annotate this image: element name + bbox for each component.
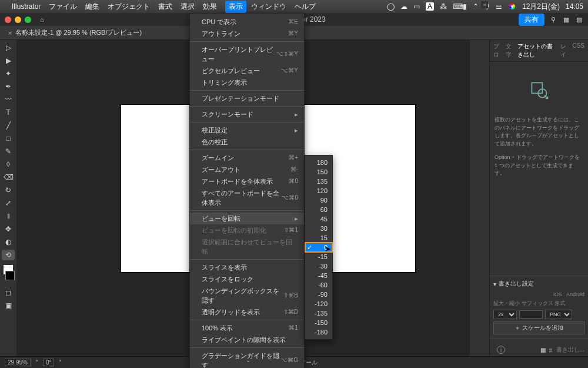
tab-layers[interactable]: レイ	[560, 42, 569, 59]
draw-mode-icon[interactable]: ◻	[2, 287, 15, 298]
suffix-input[interactable]	[519, 310, 543, 319]
control-center-icon[interactable]: ⚌	[496, 2, 502, 11]
bluetooth-icon[interactable]: ⁂	[440, 2, 447, 11]
rotate-view-tool-icon[interactable]: ⟲	[2, 250, 15, 260]
menu-item[interactable]: ライブペイントの隙間を表示	[190, 334, 304, 346]
rotate-angle-option[interactable]: -90	[305, 290, 332, 299]
menu-effect[interactable]: 効果	[203, 2, 217, 12]
menu-type[interactable]: 書式	[158, 2, 172, 12]
pen-tool-icon[interactable]: ✒	[2, 81, 15, 92]
grid-icon[interactable]: ▦	[540, 347, 546, 353]
brush-tool-icon[interactable]: ✎	[2, 146, 15, 157]
tab-asset-export[interactable]: アセットの書き出し	[517, 42, 556, 59]
menu-view[interactable]: 表示	[225, 1, 246, 13]
rotate-angle-option[interactable]: -30	[305, 261, 332, 271]
rotate-angle-option[interactable]: 30	[305, 224, 332, 233]
platform-ios[interactable]: iOS	[553, 291, 562, 297]
menu-item[interactable]: 色の校正	[190, 136, 304, 148]
rotate-angle-option[interactable]: -60	[305, 280, 332, 290]
rotate-angle-option[interactable]: 150	[305, 167, 332, 177]
wifi-icon[interactable]: ⌃	[473, 2, 479, 11]
tab-properties[interactable]: プロ	[493, 42, 502, 59]
rotate-angle-option[interactable]: -135	[305, 309, 332, 318]
rotate-angle-option[interactable]: 0	[305, 243, 332, 252]
minimize-icon[interactable]	[15, 16, 21, 23]
zoom-level[interactable]: 29.95%	[5, 359, 31, 366]
battery-square-icon[interactable]: ▭	[413, 2, 420, 11]
menu-item[interactable]: 校正設定▸	[190, 124, 304, 136]
rotate-angle[interactable]: 0°	[43, 359, 55, 366]
menu-item[interactable]: ズームイン⌘+	[190, 152, 304, 164]
curvature-tool-icon[interactable]: 〰	[2, 94, 15, 105]
menu-item[interactable]: ズームアウト⌘-	[190, 164, 304, 175]
direct-selection-tool-icon[interactable]: ▶	[2, 55, 15, 66]
rotate-angle-option[interactable]: -180	[305, 327, 332, 337]
screen-mode-icon[interactable]: ▣	[2, 300, 15, 311]
rotate-angle-option[interactable]: 45	[305, 214, 332, 224]
menu-item[interactable]: スライスを表示	[190, 261, 304, 273]
scale-tool-icon[interactable]: ⤢	[2, 198, 15, 208]
color-wheel-icon[interactable]	[508, 2, 516, 11]
shape-builder-tool-icon[interactable]: ◐	[2, 237, 15, 247]
document-tab[interactable]: × 名称未設定-1 @ 29.95 % (RGB/プレビュー)	[5, 28, 145, 37]
input-a-icon[interactable]: A	[426, 2, 434, 11]
rotate-angle-option[interactable]: 120	[305, 186, 332, 195]
collapsed-panel-strip[interactable]	[469, 40, 489, 361]
cc-icon[interactable]: ◯	[387, 2, 395, 11]
stroke-swatch[interactable]	[5, 271, 15, 280]
menu-item[interactable]: アートボードを全体表示⌘0	[190, 175, 304, 187]
cloud-icon[interactable]: ☁	[400, 2, 407, 11]
close-tab-icon[interactable]: ×	[8, 29, 12, 37]
panel-collapse-icon[interactable]: «	[481, 1, 488, 8]
menu-item[interactable]: オーバープリントプレビュー⌥⇧⌘Y	[190, 44, 304, 65]
free-transform-tool-icon[interactable]: ✥	[2, 224, 15, 234]
selection-tool-icon[interactable]: ▷	[2, 42, 15, 53]
rotate-angle-option[interactable]: 60	[305, 205, 332, 214]
menu-item[interactable]: トリミング表示	[190, 77, 304, 88]
tab-css[interactable]: CSS	[572, 42, 584, 59]
rotate-angle-option[interactable]: -150	[305, 318, 332, 327]
battery-icon[interactable]: ⌨▮	[453, 2, 467, 11]
menubar-time[interactable]: 14:05	[566, 2, 583, 11]
shaper-tool-icon[interactable]: ◊	[2, 159, 15, 170]
menu-select[interactable]: 選択	[181, 2, 195, 12]
info-icon[interactable]: i	[497, 346, 505, 354]
rotate-angle-option[interactable]: -45	[305, 271, 332, 280]
menu-item[interactable]: CPU で表示⌘E	[190, 16, 304, 28]
wand-tool-icon[interactable]: ✦	[2, 68, 15, 79]
menu-item[interactable]: スクリーンモード▸	[190, 108, 304, 120]
line-tool-icon[interactable]: ╱	[2, 120, 15, 131]
menu-item[interactable]: スライスをロック	[190, 273, 304, 285]
platform-android[interactable]: Android	[566, 291, 584, 297]
menu-item[interactable]: プレゼンテーションモード	[190, 92, 304, 104]
type-tool-icon[interactable]: T	[2, 107, 15, 118]
close-icon[interactable]	[5, 16, 11, 23]
menu-edit[interactable]: 編集	[85, 2, 99, 12]
home-icon[interactable]: ⌂	[40, 16, 44, 23]
maximize-icon[interactable]	[25, 16, 31, 23]
menu-file[interactable]: ファイル	[49, 2, 77, 12]
arrange-icon[interactable]: ▦	[562, 15, 570, 24]
rotate-angle-option[interactable]: -120	[305, 299, 332, 309]
app-name[interactable]: Illustrator	[12, 2, 41, 11]
menu-item[interactable]: すべてのアートボードを全体表示⌥⌘0	[190, 187, 304, 208]
add-scale-button[interactable]: ＋ スケールを追加	[493, 321, 584, 334]
workspace-icon[interactable]: ▤	[575, 15, 583, 24]
rotate-angle-option[interactable]: -15	[305, 252, 332, 261]
menu-item[interactable]: アウトライン⌘Y	[190, 28, 304, 39]
rotate-tool-icon[interactable]: ↻	[2, 185, 15, 195]
rotate-angle-option[interactable]: 15	[305, 233, 332, 243]
chevron-down-icon[interactable]: ▾	[493, 281, 496, 287]
export-button[interactable]: 書き出し...	[556, 346, 584, 354]
rotate-angle-option[interactable]: 180	[305, 158, 332, 167]
width-tool-icon[interactable]: ⫴	[2, 211, 15, 221]
zoom-dropdown-icon[interactable]: ˅	[35, 359, 38, 366]
menu-more-icon[interactable]: ⌄	[246, 357, 250, 363]
menu-item[interactable]: ピクセルプレビュー⌥⌘Y	[190, 65, 304, 77]
angle-dropdown-icon[interactable]: ˅	[59, 359, 62, 366]
share-button[interactable]: 共有	[519, 14, 544, 26]
menubar-date[interactable]: 12月2日(金)	[522, 2, 560, 12]
rotate-angle-option[interactable]: 90	[305, 195, 332, 205]
menu-help[interactable]: ヘルプ	[295, 2, 316, 12]
menu-item[interactable]: 100% 表示⌘1	[190, 322, 304, 334]
